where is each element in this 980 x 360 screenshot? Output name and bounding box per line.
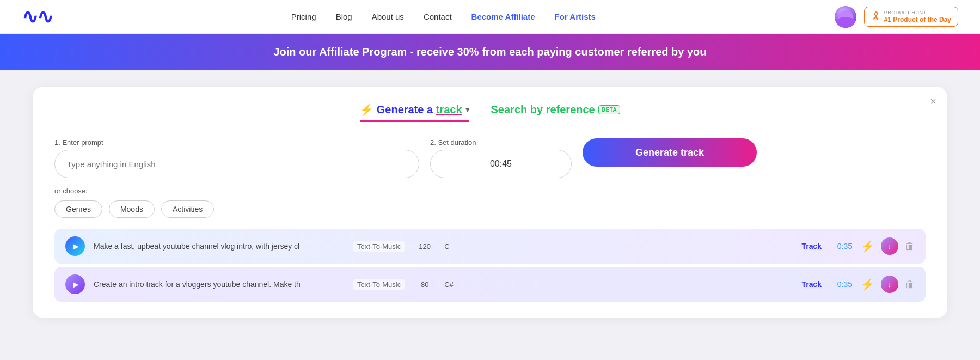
lightning-icon: ⚡ bbox=[360, 103, 373, 116]
duration-label: 2. Set duration bbox=[430, 138, 572, 147]
ph-text: PRODUCT HUNT #1 Product of the Day bbox=[884, 10, 951, 23]
prompt-input[interactable] bbox=[54, 150, 419, 178]
track-duration: 0:35 bbox=[830, 242, 852, 251]
download-button[interactable]: ↓ bbox=[881, 276, 898, 293]
tab-generate-label: Generate a track bbox=[377, 103, 462, 116]
generate-track-button[interactable]: Generate track bbox=[583, 138, 757, 167]
prompt-label: 1. Enter prompt bbox=[54, 138, 419, 147]
main-content: × ⚡ Generate a track ▾ Search by referen… bbox=[0, 70, 980, 334]
genres-pill[interactable]: Genres bbox=[54, 200, 102, 218]
download-icon: ↓ bbox=[888, 242, 892, 251]
track-description: Make a fast, upbeat youtube channel vlog… bbox=[94, 242, 344, 251]
download-button[interactable]: ↓ bbox=[881, 237, 898, 255]
prompt-group: 1. Enter prompt bbox=[54, 138, 419, 178]
main-card: × ⚡ Generate a track ▾ Search by referen… bbox=[33, 87, 947, 318]
track-item: ▶ Create an intro track for a vloggers y… bbox=[54, 267, 926, 302]
or-choose-label: or choose: bbox=[54, 187, 926, 195]
track-bpm: 120 bbox=[414, 242, 436, 251]
nav-blog[interactable]: Blog bbox=[336, 12, 352, 21]
nav-links: Pricing Blog About us Contact Become Aff… bbox=[291, 12, 596, 21]
nav-right: 🎗 PRODUCT HUNT #1 Product of the Day bbox=[835, 6, 958, 28]
logo-icon: ∿∿ bbox=[22, 5, 52, 28]
regenerate-icon[interactable]: ⚡ bbox=[861, 240, 874, 253]
track-bpm: 80 bbox=[414, 280, 436, 289]
track-item: ▶ Make a fast, upbeat youtube channel vl… bbox=[54, 229, 926, 264]
banner-text: Join our Affiliate Program - receive 30%… bbox=[273, 46, 706, 58]
nav-about[interactable]: About us bbox=[372, 12, 404, 21]
affiliate-banner[interactable]: Join our Affiliate Program - receive 30%… bbox=[0, 34, 980, 70]
download-icon: ↓ bbox=[888, 280, 892, 289]
duration-group: 2. Set duration bbox=[430, 138, 572, 178]
regenerate-icon[interactable]: ⚡ bbox=[861, 278, 874, 291]
ph-label: PRODUCT HUNT bbox=[884, 10, 951, 16]
input-row: 1. Enter prompt 2. Set duration Generate… bbox=[54, 138, 926, 178]
track-actions: ⚡ ↓ 🗑 bbox=[861, 276, 915, 293]
duration-input[interactable] bbox=[430, 150, 572, 178]
tab-search-label: Search by reference bbox=[491, 103, 595, 116]
pill-buttons: Genres Moods Activities bbox=[54, 200, 926, 218]
tab-generate[interactable]: ⚡ Generate a track ▾ bbox=[360, 103, 469, 122]
track-label: Track bbox=[801, 280, 822, 289]
track-tag: Text-To-Music bbox=[353, 279, 405, 290]
play-icon: ▶ bbox=[73, 280, 79, 289]
nav-artists[interactable]: For Artists bbox=[555, 12, 596, 21]
tab-search-reference[interactable]: Search by reference BETA bbox=[491, 103, 621, 122]
dropdown-arrow-icon: ▾ bbox=[465, 105, 469, 114]
nav-contact[interactable]: Contact bbox=[424, 12, 452, 21]
track-key: C bbox=[444, 242, 461, 251]
avatar[interactable] bbox=[835, 6, 856, 28]
track-key: C# bbox=[444, 280, 461, 289]
track-actions: ⚡ ↓ 🗑 bbox=[861, 237, 915, 255]
ribbon-icon: 🎗 bbox=[871, 11, 881, 22]
generate-btn-wrapper: Generate track bbox=[583, 138, 757, 167]
track-description: Create an intro track for a vloggers you… bbox=[94, 280, 344, 289]
close-button[interactable]: × bbox=[930, 95, 936, 108]
nav-affiliate[interactable]: Become Affiliate bbox=[471, 12, 535, 21]
beta-badge: BETA bbox=[598, 105, 620, 114]
avatar-image bbox=[835, 6, 856, 28]
activities-pill[interactable]: Activities bbox=[161, 200, 214, 218]
tabs: ⚡ Generate a track ▾ Search by reference… bbox=[54, 103, 926, 122]
track-list: ▶ Make a fast, upbeat youtube channel vl… bbox=[54, 229, 926, 302]
product-hunt-badge[interactable]: 🎗 PRODUCT HUNT #1 Product of the Day bbox=[864, 7, 958, 27]
navbar: ∿∿ Pricing Blog About us Contact Become … bbox=[0, 0, 980, 34]
play-button[interactable]: ▶ bbox=[65, 236, 85, 256]
delete-icon[interactable]: 🗑 bbox=[905, 241, 915, 252]
moods-pill[interactable]: Moods bbox=[109, 200, 155, 218]
track-label: Track bbox=[801, 242, 822, 251]
track-tag: Text-To-Music bbox=[353, 241, 405, 252]
nav-pricing[interactable]: Pricing bbox=[291, 12, 316, 21]
logo[interactable]: ∿∿ bbox=[22, 5, 52, 28]
ph-title: #1 Product of the Day bbox=[884, 16, 951, 23]
play-icon: ▶ bbox=[73, 242, 79, 251]
play-button[interactable]: ▶ bbox=[65, 274, 85, 294]
track-duration: 0:35 bbox=[830, 280, 852, 289]
delete-icon[interactable]: 🗑 bbox=[905, 279, 915, 290]
